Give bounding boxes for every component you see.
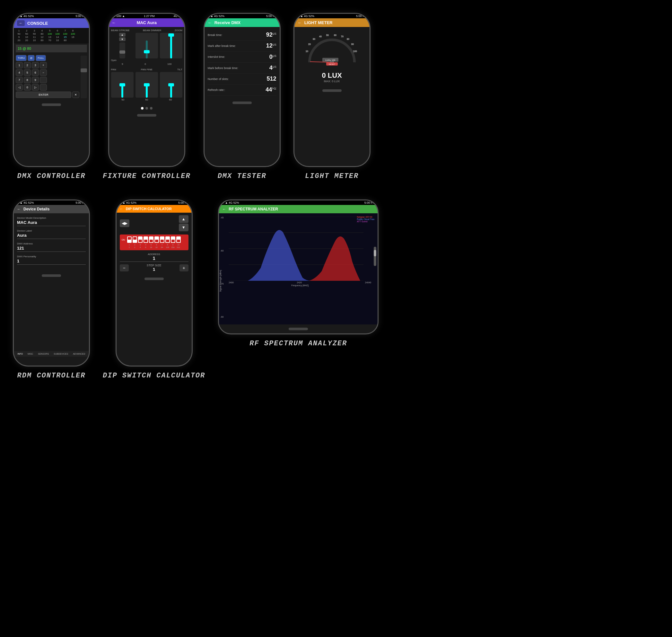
dmx-fader[interactable] bbox=[80, 56, 87, 98]
mbb-label: Mark before break time: bbox=[208, 67, 238, 70]
key-2[interactable]: 2 bbox=[24, 62, 31, 69]
dip-home-bar[interactable] bbox=[145, 277, 164, 280]
beam-strobe-label: BEAM STROBE bbox=[111, 29, 130, 32]
key-6[interactable]: 6 bbox=[32, 69, 39, 76]
tester-back-btn[interactable]: ← bbox=[208, 20, 212, 25]
rf-scrollbar[interactable] bbox=[374, 247, 376, 266]
slots-value: 512 bbox=[267, 75, 277, 82]
pan-fine-slider[interactable] bbox=[135, 72, 158, 98]
key-9[interactable]: 9 bbox=[32, 77, 39, 83]
meter-back-btn[interactable]: ← bbox=[298, 20, 302, 25]
switch-7[interactable] bbox=[160, 236, 164, 243]
fixture-home-bar[interactable] bbox=[137, 114, 156, 116]
beam-down[interactable]: ▼ bbox=[119, 37, 126, 41]
ch4: 4 bbox=[39, 29, 45, 32]
key-0[interactable]: 0 bbox=[24, 84, 31, 91]
dot-2[interactable] bbox=[146, 107, 148, 110]
tester-header: ← Receive DMX bbox=[205, 18, 280, 27]
key-empty bbox=[40, 77, 47, 83]
rdm-home-bar-area bbox=[14, 271, 89, 280]
key-3[interactable]: 3 bbox=[32, 62, 39, 69]
tilt-label: TILT bbox=[177, 68, 182, 71]
at-btn[interactable]: @ bbox=[27, 55, 35, 61]
rf-spectrum-label: RF SPECTRUM ANALYZER bbox=[249, 340, 347, 348]
dip-val-32: 32 bbox=[154, 247, 159, 248]
device-model-value: MAC Aura bbox=[17, 220, 86, 226]
beam-up[interactable]: ▲ bbox=[119, 33, 126, 37]
switch-2[interactable] bbox=[133, 236, 137, 243]
dip-back-btn[interactable]: ← bbox=[120, 207, 123, 211]
dot-1[interactable] bbox=[141, 107, 144, 110]
num-row-3: 7 8 9 bbox=[16, 77, 79, 83]
step-plus-btn[interactable]: + bbox=[180, 265, 188, 271]
device-model-label: Device Model Description bbox=[17, 217, 86, 219]
del-btn[interactable]: ✕ bbox=[72, 92, 79, 98]
rdm-back-btn[interactable]: ← bbox=[17, 207, 21, 211]
meter-title: LIGHT METER bbox=[304, 20, 333, 25]
beam-dimmer-label: BEAM DIMMER bbox=[143, 29, 161, 32]
key-7[interactable]: 7 bbox=[16, 77, 23, 83]
tab-sensors[interactable]: SENSORS bbox=[38, 353, 49, 355]
key-plus[interactable]: + bbox=[40, 62, 47, 69]
fixture-status-bar: No SIM ▲ 1:27 PM 4G ■■ bbox=[109, 14, 184, 18]
enter-btn[interactable]: ENTER bbox=[16, 92, 71, 98]
dip-num-5: 5 bbox=[149, 244, 153, 246]
thru-btn[interactable]: THRU bbox=[16, 55, 27, 61]
dmx-tester-phone: ✱ ▲ 4G 52% 5:00 PM ← Receive DMX Break t… bbox=[204, 13, 281, 167]
key-5[interactable]: 5 bbox=[24, 69, 31, 76]
tab-subdevices[interactable]: SUBDEVICES bbox=[54, 353, 68, 355]
tab-misc[interactable]: MISC bbox=[27, 353, 33, 355]
dmx-personality-group: DMX Personality 1 bbox=[17, 255, 86, 265]
tilt-slider[interactable] bbox=[160, 72, 182, 98]
key-1[interactable]: 1 bbox=[16, 62, 23, 69]
dot-3[interactable] bbox=[150, 107, 152, 110]
tab-advanced[interactable]: ADVANCED bbox=[73, 353, 85, 355]
rf-chart-area: Netgear 457:00 Public Cloud Trax ATT Gue… bbox=[219, 213, 378, 325]
home-bar[interactable] bbox=[42, 104, 61, 106]
y-label-45: -45 bbox=[220, 217, 223, 219]
key-back[interactable]: ◁ bbox=[16, 84, 23, 91]
tester-content: Break time: 92μs Mark after break time: … bbox=[205, 27, 280, 98]
ch14: 14 bbox=[54, 36, 61, 39]
rf-home-bar[interactable] bbox=[288, 328, 308, 330]
step-minus-btn[interactable]: − bbox=[120, 265, 129, 271]
tester-home-bar[interactable] bbox=[232, 102, 252, 104]
key-forward[interactable]: ▷ bbox=[32, 84, 39, 91]
fn-row: THRU @ FULL bbox=[16, 55, 79, 61]
key-4[interactable]: 4 bbox=[16, 69, 23, 76]
dip-up-btn[interactable]: ▲ bbox=[179, 215, 188, 223]
tab-info[interactable]: INFO bbox=[17, 353, 23, 355]
keypad-area: THRU @ FULL 1 2 3 + 4 5 bbox=[14, 54, 89, 100]
full-btn[interactable]: FULL bbox=[36, 55, 46, 61]
switch-label-row: ON bbox=[122, 236, 187, 243]
switch-6[interactable] bbox=[154, 236, 159, 243]
dip-num-10: 10 bbox=[176, 244, 181, 246]
dip-num-8: 8 bbox=[165, 244, 170, 246]
zoom-slider[interactable] bbox=[160, 33, 182, 58]
switch-10[interactable] bbox=[176, 236, 181, 243]
beam-strobe-slider[interactable] bbox=[119, 42, 125, 58]
pan-slider[interactable] bbox=[111, 72, 134, 98]
switch-9[interactable] bbox=[171, 236, 175, 243]
dip-left-btn[interactable]: ◀▶ bbox=[120, 219, 129, 227]
open-text: Open bbox=[111, 58, 182, 62]
key-minus[interactable]: − bbox=[40, 69, 47, 76]
status-left: ✱ ▲ 4G 52% bbox=[16, 15, 34, 18]
switch-5[interactable] bbox=[149, 236, 153, 243]
pan-fine-fill bbox=[146, 85, 148, 98]
rdm-home-bar[interactable] bbox=[42, 274, 61, 277]
back-button[interactable]: ← bbox=[17, 20, 25, 26]
fixture-back-btn[interactable]: ← bbox=[112, 20, 116, 25]
switch-8[interactable] bbox=[165, 236, 170, 243]
switch-1[interactable] bbox=[127, 236, 132, 243]
light-meter-container: ✱ ▲ 4G 52% 5:00 PM ← LIGHT METER bbox=[294, 13, 371, 180]
legend-netgear: Netgear 457:00 bbox=[357, 216, 374, 218]
switch-4[interactable] bbox=[144, 236, 148, 243]
beam-dimmer-slider[interactable] bbox=[135, 33, 158, 58]
meter-home-bar[interactable] bbox=[322, 89, 342, 92]
dip-down-btn[interactable]: ▼ bbox=[179, 223, 188, 231]
dip-num-9: 9 bbox=[171, 244, 175, 246]
rf-back-btn[interactable]: ← bbox=[222, 207, 226, 211]
key-8[interactable]: 8 bbox=[24, 77, 31, 83]
switch-3[interactable] bbox=[138, 236, 143, 243]
